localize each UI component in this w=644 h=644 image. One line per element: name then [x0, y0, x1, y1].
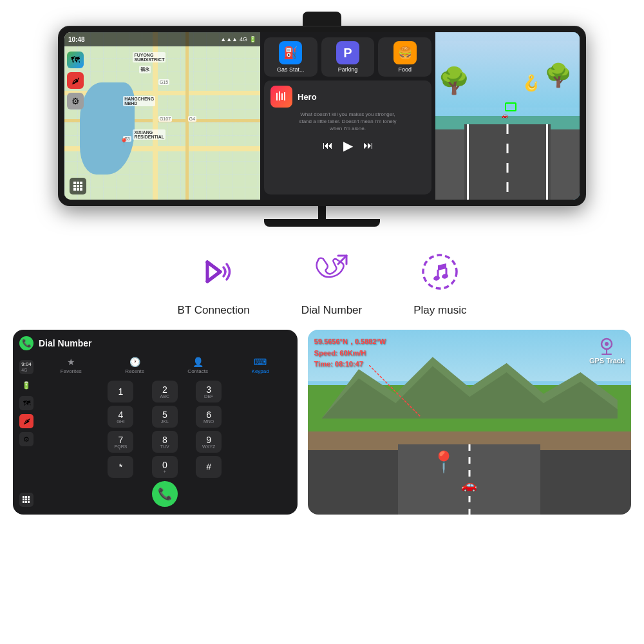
dial-app-1[interactable]: 🗺 [19, 396, 33, 410]
music-app-row: Hero [270, 86, 425, 108]
bluetooth-icon [191, 249, 236, 294]
stand-base [264, 219, 380, 227]
dial-panel-inner: 9:044G 🔋 🗺 🌶 ⚙ ★ [19, 357, 291, 507]
key-7[interactable]: 7PQRS [108, 431, 133, 453]
status-icons: ▲▲▲ 4G 🔋 [220, 36, 256, 43]
svg-rect-26 [25, 498, 27, 500]
empty-spacer-2 [265, 483, 291, 505]
svg-rect-28 [23, 501, 24, 503]
stand-neck [318, 206, 326, 219]
dial-left-sidebar: 9:044G 🔋 🗺 🌶 ⚙ [19, 357, 39, 507]
settings-icon[interactable]: ⚙ [67, 93, 84, 109]
key-4[interactable]: 4GHI [108, 406, 133, 428]
svg-rect-6 [73, 188, 76, 191]
dial-grid-btn[interactable] [19, 493, 33, 507]
features-section: BT Connection Dial Number [0, 227, 644, 330]
key-hash[interactable]: # [196, 456, 222, 478]
play-button[interactable]: ▶ [343, 138, 353, 153]
poi-parking[interactable]: P Parking [321, 37, 375, 77]
dial-panel-title: Dial Number [39, 338, 91, 348]
call-button[interactable]: 📞 [152, 481, 178, 507]
battery-icon: 🔋 [249, 36, 256, 43]
poi-row: ⛽ Gas Stat... P Parking 🍔 Food [264, 37, 431, 77]
key-5[interactable]: 5JKL [152, 406, 178, 428]
gps-scene: 🚗 59.5656°N，0.5882°W Speed: 60Km/H Time:… [308, 330, 631, 515]
music-lyrics: What doesn't kill you makes you stronger… [270, 111, 425, 133]
road-label-g15: G15 [158, 79, 169, 85]
status-time: 10:48 [68, 36, 85, 43]
map-status-bar: 10:48 ▲▲▲ 4G 🔋 [64, 32, 260, 46]
rewind-button[interactable]: ⏮ [323, 140, 333, 151]
food-icon: 🍔 [393, 41, 417, 64]
phone-icon-wrap [306, 246, 357, 298]
map-sidebar: 🗺 🌶 ⚙ [67, 52, 84, 109]
road-shoulder-left [467, 124, 469, 200]
svg-point-20 [433, 275, 440, 281]
dial-status-display: 9:044G [19, 360, 33, 374]
key-1[interactable]: 1 [108, 381, 133, 402]
favorites-tab-icon: ★ [67, 357, 75, 367]
bt-label: BT Connection [178, 304, 250, 317]
dial-tab-contacts[interactable]: 👤 Contacts [187, 357, 208, 374]
map-background: FUYONGSUBDISTRICT 福永 HANGCHENGNBHD XIXIA… [64, 32, 260, 200]
dial-battery-icon: 🔋 [19, 378, 33, 392]
gps-track-label: GPS Track [589, 357, 625, 365]
gps-location-pin: 📍 [431, 450, 457, 474]
empty-spacer [39, 483, 64, 505]
key-0[interactable]: 0+ [152, 456, 178, 478]
food-label: Food [398, 66, 412, 73]
gps-panel: 🚗 59.5656°N，0.5882°W Speed: 60Km/H Time:… [308, 330, 631, 515]
poi-food[interactable]: 🍔 Food [378, 37, 431, 77]
dial-tab-recents[interactable]: 🕐 Recents [125, 357, 144, 374]
svg-rect-22 [23, 496, 24, 498]
app-icon-2[interactable]: 🌶 [67, 72, 84, 89]
fastforward-button[interactable]: ⏭ [363, 140, 374, 151]
recents-tab-icon: 🕐 [129, 357, 140, 367]
dial-tab-keypad[interactable]: ⌨ Keypad [252, 357, 269, 374]
map-label-fuyon-cn: 福永 [139, 66, 151, 73]
bt-icon-wrap [188, 246, 240, 298]
map-location-pin: 📍 [119, 138, 129, 147]
svg-rect-2 [80, 182, 82, 184]
svg-rect-5 [80, 185, 82, 187]
streetlight: 🪝 [522, 74, 541, 92]
recents-tab-label: Recents [125, 368, 144, 374]
svg-line-36 [369, 365, 421, 417]
dial-app-2[interactable]: 🌶 [19, 414, 33, 428]
road-center-line [507, 124, 509, 200]
poi-gas[interactable]: ⛽ Gas Stat... [264, 37, 317, 77]
map-label-xixiang: XIXIANGRESIDENTIAL [133, 129, 166, 140]
phone-label: Dial Number [301, 304, 362, 317]
key-2[interactable]: 2ABC [152, 381, 178, 402]
svg-point-21 [442, 273, 449, 279]
gps-track-badge: GPS Track [589, 336, 625, 365]
screen-container: 10:48 ▲▲▲ 4G 🔋 [64, 32, 580, 200]
device-section: 10:48 ▲▲▲ 4G 🔋 [0, 0, 644, 227]
svg-rect-29 [25, 501, 27, 503]
grid-button[interactable] [70, 178, 86, 194]
dial-number-panel: 📞 Dial Number 9:044G 🔋 🗺 🌶 ⚙ [13, 330, 298, 515]
key-3[interactable]: 3DEF [196, 381, 222, 402]
svg-rect-24 [28, 496, 30, 498]
camera-panel: 🌳 🌳 🪝 🚗 [435, 32, 580, 200]
key-8[interactable]: 8TUV [152, 431, 178, 453]
dialpad-call-row: 📞 [39, 481, 291, 507]
parking-label: Parking [338, 66, 358, 73]
svg-rect-12 [284, 92, 285, 100]
dial-app-3[interactable]: ⚙ [19, 432, 33, 446]
svg-rect-23 [25, 496, 27, 498]
music-label: Play music [413, 304, 466, 317]
distant-car: 🚗 [502, 113, 508, 118]
maps-app-icon[interactable]: 🗺 [67, 52, 84, 68]
key-6[interactable]: 6MNO [196, 406, 222, 428]
music-app-icon [270, 86, 292, 108]
gps-car-icon: 🚗 [461, 477, 477, 493]
music-icon-wrap-outer [414, 246, 466, 298]
dial-tab-favorites[interactable]: ★ Favorites [61, 357, 82, 374]
svg-rect-8 [80, 188, 82, 191]
svg-rect-11 [281, 93, 283, 100]
dial-main-area: ★ Favorites 🕐 Recents 👤 Contacts ⌨ Keypa… [39, 357, 291, 507]
svg-rect-10 [279, 91, 280, 100]
key-star[interactable]: * [108, 456, 133, 478]
key-9[interactable]: 9WXYZ [196, 431, 222, 453]
